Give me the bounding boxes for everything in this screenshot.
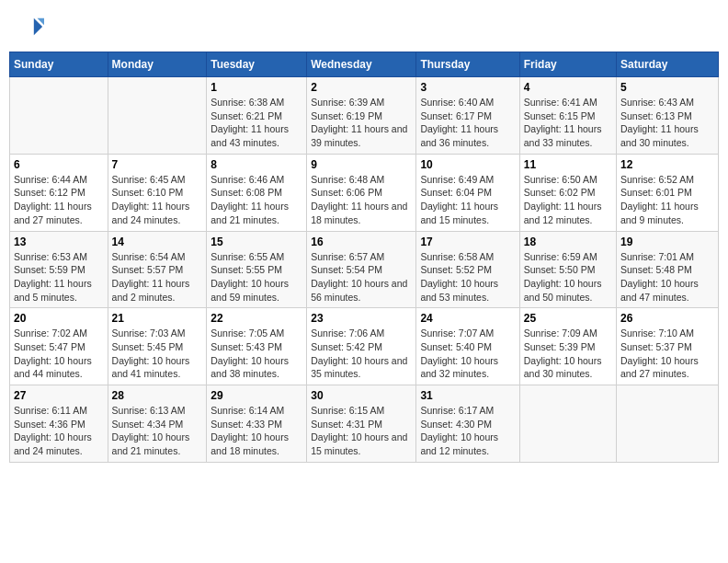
day-number: 18 <box>524 236 612 248</box>
day-number: 6 <box>14 158 104 171</box>
calendar-cell <box>519 385 616 463</box>
calendar-cell: 22Sunrise: 7:05 AMSunset: 5:43 PMDayligh… <box>207 308 307 385</box>
day-info: Sunrise: 7:02 AMSunset: 5:47 PMDaylight:… <box>14 327 104 381</box>
calendar-cell: 24Sunrise: 7:07 AMSunset: 5:40 PMDayligh… <box>416 308 519 385</box>
calendar-cell: 15Sunrise: 6:55 AMSunset: 5:55 PMDayligh… <box>207 231 307 308</box>
calendar-cell: 29Sunrise: 6:14 AMSunset: 4:33 PMDayligh… <box>207 385 307 463</box>
weekday-header: Friday <box>519 52 616 77</box>
calendar-week-row: 27Sunrise: 6:11 AMSunset: 4:36 PMDayligh… <box>10 385 719 463</box>
day-number: 13 <box>14 236 104 248</box>
calendar-cell: 2Sunrise: 6:39 AMSunset: 6:19 PMDaylight… <box>307 77 416 155</box>
day-number: 22 <box>210 312 302 325</box>
calendar-cell: 3Sunrise: 6:40 AMSunset: 6:17 PMDaylight… <box>416 77 519 155</box>
day-number: 10 <box>420 158 515 171</box>
calendar-cell: 20Sunrise: 7:02 AMSunset: 5:47 PMDayligh… <box>10 308 108 385</box>
day-info: Sunrise: 6:38 AMSunset: 6:21 PMDaylight:… <box>210 96 302 150</box>
day-number: 26 <box>620 312 714 325</box>
calendar-cell: 23Sunrise: 7:06 AMSunset: 5:42 PMDayligh… <box>307 308 416 385</box>
calendar-cell: 26Sunrise: 7:10 AMSunset: 5:37 PMDayligh… <box>617 308 719 385</box>
calendar-cell: 5Sunrise: 6:43 AMSunset: 6:13 PMDaylight… <box>617 77 719 155</box>
weekday-header: Monday <box>108 52 207 77</box>
calendar-cell: 16Sunrise: 6:57 AMSunset: 5:54 PMDayligh… <box>307 231 416 308</box>
day-number: 12 <box>620 158 714 171</box>
calendar-cell: 25Sunrise: 7:09 AMSunset: 5:39 PMDayligh… <box>519 308 616 385</box>
day-number: 11 <box>524 158 612 171</box>
day-number: 19 <box>620 236 714 248</box>
day-info: Sunrise: 7:05 AMSunset: 5:43 PMDaylight:… <box>210 327 302 381</box>
calendar-week-row: 20Sunrise: 7:02 AMSunset: 5:47 PMDayligh… <box>10 308 719 385</box>
day-info: Sunrise: 6:44 AMSunset: 6:12 PMDaylight:… <box>14 173 104 227</box>
calendar-cell: 1Sunrise: 6:38 AMSunset: 6:21 PMDaylight… <box>207 77 307 155</box>
day-number: 1 <box>210 81 302 94</box>
logo-icon <box>18 14 44 40</box>
weekday-header: Sunday <box>10 52 108 77</box>
day-number: 30 <box>311 389 412 402</box>
weekday-header: Wednesday <box>307 52 416 77</box>
calendar-cell: 27Sunrise: 6:11 AMSunset: 4:36 PMDayligh… <box>10 385 108 463</box>
day-info: Sunrise: 6:52 AMSunset: 6:01 PMDaylight:… <box>620 173 714 227</box>
day-number: 2 <box>311 81 412 94</box>
day-number: 17 <box>420 236 515 248</box>
calendar-cell: 12Sunrise: 6:52 AMSunset: 6:01 PMDayligh… <box>617 154 719 231</box>
day-info: Sunrise: 6:41 AMSunset: 6:15 PMDaylight:… <box>524 96 612 150</box>
calendar-week-row: 6Sunrise: 6:44 AMSunset: 6:12 PMDaylight… <box>10 154 719 231</box>
day-info: Sunrise: 7:10 AMSunset: 5:37 PMDaylight:… <box>620 327 714 381</box>
day-number: 20 <box>14 312 104 325</box>
day-number: 3 <box>420 81 515 94</box>
day-number: 28 <box>112 389 203 402</box>
calendar-cell: 17Sunrise: 6:58 AMSunset: 5:52 PMDayligh… <box>416 231 519 308</box>
day-info: Sunrise: 6:39 AMSunset: 6:19 PMDaylight:… <box>311 96 412 150</box>
day-number: 24 <box>420 312 515 325</box>
day-info: Sunrise: 6:13 AMSunset: 4:34 PMDaylight:… <box>112 404 203 458</box>
calendar-week-row: 1Sunrise: 6:38 AMSunset: 6:21 PMDaylight… <box>10 77 719 155</box>
calendar-cell: 19Sunrise: 7:01 AMSunset: 5:48 PMDayligh… <box>617 231 719 308</box>
calendar-cell: 13Sunrise: 6:53 AMSunset: 5:59 PMDayligh… <box>10 231 108 308</box>
day-number: 31 <box>420 389 515 402</box>
day-info: Sunrise: 7:07 AMSunset: 5:40 PMDaylight:… <box>420 327 515 381</box>
weekday-header: Saturday <box>617 52 719 77</box>
day-info: Sunrise: 6:11 AMSunset: 4:36 PMDaylight:… <box>14 404 104 458</box>
calendar-cell: 21Sunrise: 7:03 AMSunset: 5:45 PMDayligh… <box>108 308 207 385</box>
day-number: 5 <box>620 81 714 94</box>
calendar-table: SundayMondayTuesdayWednesdayThursdayFrid… <box>9 52 719 463</box>
day-info: Sunrise: 6:45 AMSunset: 6:10 PMDaylight:… <box>112 173 203 227</box>
day-info: Sunrise: 6:15 AMSunset: 4:31 PMDaylight:… <box>311 404 412 458</box>
weekday-header: Tuesday <box>207 52 307 77</box>
day-info: Sunrise: 6:55 AMSunset: 5:55 PMDaylight:… <box>210 250 302 304</box>
day-number: 16 <box>311 236 412 248</box>
calendar-cell: 11Sunrise: 6:50 AMSunset: 6:02 PMDayligh… <box>519 154 616 231</box>
calendar-cell <box>617 385 719 463</box>
day-info: Sunrise: 6:48 AMSunset: 6:06 PMDaylight:… <box>311 173 412 227</box>
day-number: 4 <box>524 81 612 94</box>
calendar-cell: 30Sunrise: 6:15 AMSunset: 4:31 PMDayligh… <box>307 385 416 463</box>
logo <box>18 14 48 40</box>
day-number: 15 <box>210 236 302 248</box>
calendar-cell: 18Sunrise: 6:59 AMSunset: 5:50 PMDayligh… <box>519 231 616 308</box>
calendar-cell <box>108 77 207 155</box>
day-info: Sunrise: 6:17 AMSunset: 4:30 PMDaylight:… <box>420 404 515 458</box>
day-info: Sunrise: 6:49 AMSunset: 6:04 PMDaylight:… <box>420 173 515 227</box>
day-info: Sunrise: 6:14 AMSunset: 4:33 PMDaylight:… <box>210 404 302 458</box>
page-header <box>9 9 719 44</box>
day-info: Sunrise: 6:46 AMSunset: 6:08 PMDaylight:… <box>210 173 302 227</box>
day-number: 9 <box>311 158 412 171</box>
header-row: SundayMondayTuesdayWednesdayThursdayFrid… <box>10 52 719 77</box>
calendar-cell: 28Sunrise: 6:13 AMSunset: 4:34 PMDayligh… <box>108 385 207 463</box>
day-number: 29 <box>210 389 302 402</box>
calendar-cell: 9Sunrise: 6:48 AMSunset: 6:06 PMDaylight… <box>307 154 416 231</box>
calendar-cell: 31Sunrise: 6:17 AMSunset: 4:30 PMDayligh… <box>416 385 519 463</box>
calendar-cell: 7Sunrise: 6:45 AMSunset: 6:10 PMDaylight… <box>108 154 207 231</box>
day-info: Sunrise: 6:40 AMSunset: 6:17 PMDaylight:… <box>420 96 515 150</box>
day-info: Sunrise: 7:06 AMSunset: 5:42 PMDaylight:… <box>311 327 412 381</box>
day-number: 8 <box>210 158 302 171</box>
calendar-cell: 6Sunrise: 6:44 AMSunset: 6:12 PMDaylight… <box>10 154 108 231</box>
day-info: Sunrise: 7:03 AMSunset: 5:45 PMDaylight:… <box>112 327 203 381</box>
day-info: Sunrise: 6:53 AMSunset: 5:59 PMDaylight:… <box>14 250 104 304</box>
calendar-cell <box>10 77 108 155</box>
calendar-week-row: 13Sunrise: 6:53 AMSunset: 5:59 PMDayligh… <box>10 231 719 308</box>
day-info: Sunrise: 6:50 AMSunset: 6:02 PMDaylight:… <box>524 173 612 227</box>
weekday-header: Thursday <box>416 52 519 77</box>
day-info: Sunrise: 6:59 AMSunset: 5:50 PMDaylight:… <box>524 250 612 304</box>
day-info: Sunrise: 6:57 AMSunset: 5:54 PMDaylight:… <box>311 250 412 304</box>
day-info: Sunrise: 6:43 AMSunset: 6:13 PMDaylight:… <box>620 96 714 150</box>
